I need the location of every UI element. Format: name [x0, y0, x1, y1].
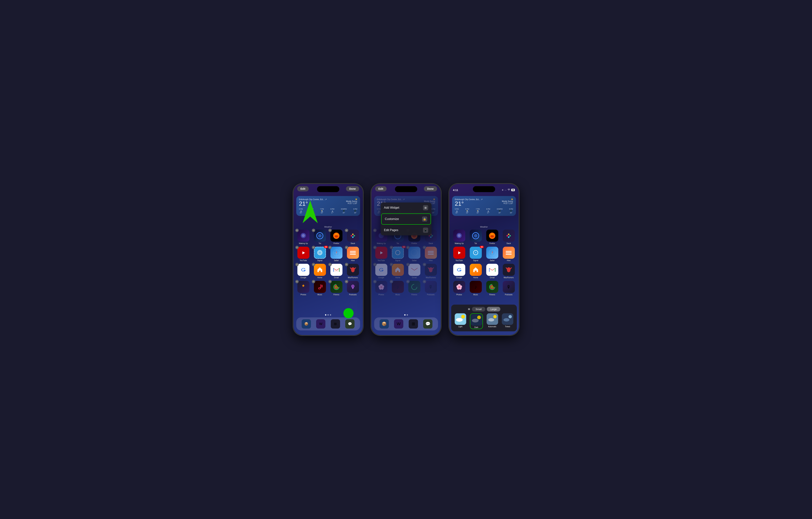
- add-widget-icon: ⊞: [423, 205, 428, 210]
- weather-widget-3: Edinburgh City Centre, Ed... ↗ 21° ☀️ Mo…: [452, 196, 516, 216]
- app-fitness-1[interactable]: − Fitness: [329, 281, 344, 296]
- dock-icon-3[interactable]: ⊞: [331, 319, 340, 329]
- svg-point-76: [491, 286, 493, 288]
- svg-point-15: [319, 252, 320, 253]
- svg-rect-22: [350, 252, 356, 253]
- app-firefox-3[interactable]: Firefox: [485, 229, 499, 244]
- widget-options: Light Dark: [454, 313, 515, 329]
- remove-home-1[interactable]: −: [312, 263, 315, 266]
- signal-badge-1: 15: [324, 246, 328, 248]
- edit-button-2[interactable]: Edit: [375, 186, 387, 191]
- app-tot-1[interactable]: − Tot: [313, 229, 327, 244]
- context-add-widget[interactable]: Add Widget ⊞: [381, 202, 432, 213]
- app-music-3[interactable]: ♪ Music: [469, 281, 483, 296]
- context-edit-pages[interactable]: Edit Pages 📱: [381, 225, 432, 235]
- svg-point-32: [352, 286, 353, 287]
- app-home-3[interactable]: Home: [469, 264, 483, 279]
- svg-rect-27: [339, 268, 340, 272]
- app-grid-row2-3: YouTube 15 Signal Safari Hive: [452, 245, 516, 263]
- remove-podcasts-1[interactable]: −: [345, 280, 348, 283]
- dock-icon-2-4[interactable]: 💬: [423, 319, 432, 329]
- remove-tot-1[interactable]: −: [312, 229, 315, 232]
- size-large-btn[interactable]: Large: [487, 307, 500, 311]
- remove-hive-1[interactable]: −: [345, 246, 348, 249]
- app-firefox-1[interactable]: − Firefox: [329, 229, 344, 244]
- app-gmail-3[interactable]: Gmail: [485, 264, 499, 279]
- done-button-2[interactable]: Done: [424, 186, 437, 191]
- app-slack-1[interactable]: − Slack: [346, 229, 360, 244]
- svg-point-75: [491, 285, 494, 289]
- app-tot-3[interactable]: Tot: [469, 229, 483, 244]
- context-customize-label: Customize: [385, 217, 399, 221]
- app-hive-1[interactable]: − Hive: [346, 247, 360, 262]
- size-small-btn[interactable]: Small: [472, 307, 486, 311]
- remove-waking-up-1[interactable]: −: [295, 229, 299, 232]
- dot-2-active: [404, 314, 406, 316]
- status-icons-3: ☀ ··· 46: [502, 189, 515, 191]
- phone-1: Edit Done Edinburgh City Centre, Ed... ↗…: [293, 183, 364, 336]
- remove-google-1[interactable]: −: [295, 263, 299, 266]
- app-fitness-3[interactable]: Fitness: [485, 281, 499, 296]
- remove-firefox-1[interactable]: −: [328, 229, 332, 232]
- app-grid-row1-1: − Waking Up − Tot − Firefox: [296, 228, 360, 246]
- app-gmail-label-1: Gmail: [334, 277, 339, 279]
- app-macrumors-3[interactable]: MacRumors: [502, 264, 516, 279]
- app-youtube-3[interactable]: YouTube: [452, 247, 466, 262]
- remove-slack-1[interactable]: −: [345, 229, 348, 232]
- app-music-1[interactable]: − Music: [313, 281, 327, 296]
- remove-gmail-1[interactable]: −: [328, 263, 332, 266]
- app-youtube-1[interactable]: − YouTube: [296, 247, 311, 262]
- dock-icon-2-3[interactable]: ⊞: [409, 319, 418, 329]
- svg-rect-21: [350, 251, 356, 252]
- app-macrumors-1[interactable]: − MacRumors: [346, 264, 360, 279]
- svg-point-44: [411, 249, 417, 256]
- svg-point-29: [335, 285, 338, 289]
- app-podcasts-3[interactable]: 🎙 Podcasts: [502, 281, 516, 296]
- app-podcasts-1[interactable]: − Podcasts: [346, 281, 360, 296]
- remove-photos-1[interactable]: −: [295, 280, 299, 283]
- dock-icon-4[interactable]: 💬: [345, 319, 354, 329]
- dot-1-active: [325, 314, 326, 316]
- svg-rect-9: [352, 234, 354, 235]
- widget-automatic[interactable]: Automatic: [487, 313, 498, 329]
- remove-music-1[interactable]: −: [312, 280, 315, 283]
- svg-rect-10: [352, 236, 354, 238]
- widget-tinted[interactable]: Tinted: [502, 313, 513, 329]
- app-photos-1[interactable]: − Photos: [296, 281, 311, 296]
- svg-marker-19: [336, 251, 337, 253]
- dock-icon-1[interactable]: 📦: [302, 319, 311, 329]
- done-button-1[interactable]: Done: [346, 186, 359, 191]
- context-customize[interactable]: Customize 🔒: [381, 214, 431, 225]
- app-gmail-1[interactable]: − Gmail: [329, 264, 344, 279]
- dock-1: 📦 W ⊞ 💬: [296, 318, 360, 330]
- app-waking-up-1[interactable]: − Waking Up: [296, 229, 311, 244]
- widget-dark-label: Dark: [474, 326, 478, 328]
- app-fitness-label-1: Fitness: [334, 294, 339, 296]
- remove-signal-1[interactable]: −: [312, 246, 315, 249]
- app-waking-up-3[interactable]: Waking Up: [452, 229, 466, 244]
- remove-fitness-1[interactable]: −: [328, 280, 332, 283]
- app-safari-3[interactable]: Safari: [485, 247, 499, 262]
- dock-icon-2-1[interactable]: 📦: [380, 319, 389, 329]
- widget-light[interactable]: Light: [455, 313, 466, 329]
- app-google-1[interactable]: − Google: [296, 264, 311, 279]
- remove-safari-1[interactable]: −: [328, 246, 332, 249]
- app-hive-3[interactable]: Hive: [502, 247, 516, 262]
- remove-macrumors-1[interactable]: −: [345, 263, 348, 266]
- widget-automatic-label: Automatic: [488, 326, 496, 328]
- app-waking-up-label-1: Waking Up: [299, 242, 308, 244]
- app-signal-1[interactable]: − 15 Signal: [313, 247, 327, 262]
- app-home-label-1: Home: [317, 277, 322, 279]
- remove-youtube-1[interactable]: −: [295, 246, 299, 249]
- app-photos-label-1: Photos: [300, 294, 306, 296]
- dock-icon-2[interactable]: W: [316, 319, 325, 329]
- app-photos-3[interactable]: 🌸 Photos: [452, 281, 466, 296]
- app-home-1[interactable]: − Home: [313, 264, 327, 279]
- widget-dark[interactable]: Dark: [470, 313, 483, 329]
- app-slack-3[interactable]: Slack: [502, 229, 516, 244]
- dock-icon-2-2[interactable]: W: [394, 319, 403, 329]
- app-signal-3[interactable]: 15 Signal: [469, 247, 483, 262]
- edit-button-1[interactable]: Edit: [297, 186, 309, 191]
- app-safari-1[interactable]: − Safari: [329, 247, 344, 262]
- app-google-3[interactable]: Google: [452, 264, 466, 279]
